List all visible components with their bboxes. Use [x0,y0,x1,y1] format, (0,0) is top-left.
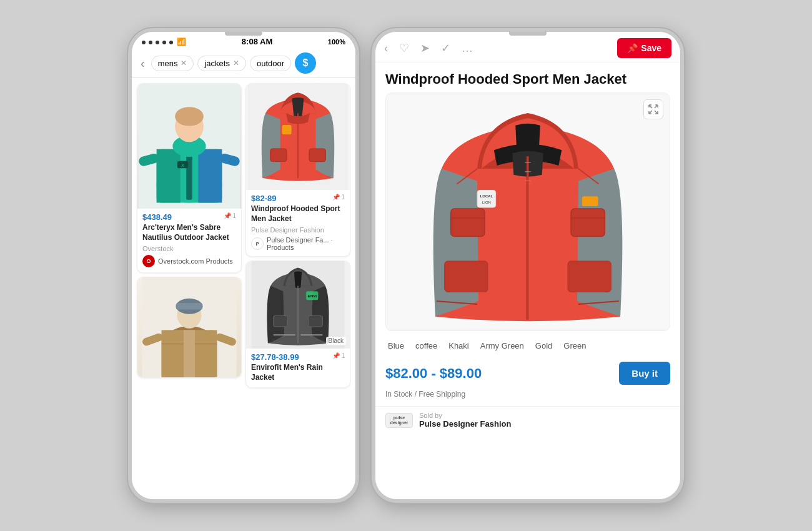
pin-tan-image [137,277,241,377]
pins-grid: X $438.49 📌 1 Arc'teryx Men's Sabre Naut… [132,78,355,393]
save-button[interactable]: 📌 Save [617,38,671,58]
pin-arcteryx-image: X [137,84,241,209]
tag-mens[interactable]: mens ✕ [151,56,194,71]
svg-rect-32 [309,316,323,327]
left-screen: 📶 8:08 AM 100% ‹ mens ✕ jackets ✕ outdoo… [132,32,355,499]
dollar-icon: $ [303,57,309,69]
stock-info: In Stock / Free Shipping [375,390,680,404]
tag-outdoor[interactable]: outdoor [250,56,291,71]
pin-windproof-price: $82-89 [251,194,276,203]
detail-header: ‹ ♡ ➤ ✓ … 📌 Save [375,32,680,62]
svg-rect-16 [195,330,217,378]
save-label: Save [641,43,661,53]
pin-windproof-title: Windproof Hooded Sport Men Jacket [251,204,345,224]
pin-arcteryx[interactable]: X $438.49 📌 1 Arc'teryx Men's Sabre Naut… [137,83,242,273]
pin-arcteryx-price: $438.49 [142,212,172,222]
product-main-image: LOCAL LION [386,93,670,330]
svg-rect-28 [282,125,292,134]
pin-windproof-info: $82-89 📌 1 Windproof Hooded Sport Men Ja… [246,190,350,256]
color-gold[interactable]: Gold [533,340,555,352]
color-coffee[interactable]: coffee [413,340,440,352]
seller-logo: pulsedesigner [385,413,413,428]
svg-rect-43 [451,209,485,236]
pin-rain-saves: 📌 1 [332,352,345,359]
svg-rect-21 [176,303,203,310]
sold-by-label: Sold by [419,412,511,419]
pin-windproof-image [246,84,350,190]
right-column: $82-89 📌 1 Windproof Hooded Sport Men Ja… [245,83,350,388]
color-green[interactable]: Green [561,340,588,352]
tag-jackets-label: jackets [204,59,229,68]
svg-rect-54 [582,197,598,207]
overstock-avatar: O [142,255,155,267]
pin-save-icon: 📌 [627,43,638,53]
tag-jackets[interactable]: jackets ✕ [197,56,245,71]
color-khaki[interactable]: Khaki [446,340,472,352]
svg-rect-4 [198,149,222,203]
svg-rect-31 [274,316,288,327]
pin-arcteryx-info: $438.49 📌 1 Arc'teryx Men's Sabre Nautil… [137,209,241,272]
tag-outdoor-label: outdoor [257,59,284,68]
svg-rect-5 [186,152,192,200]
expand-button[interactable] [643,99,663,119]
pin-arcteryx-source: Overstock [142,245,236,252]
jacket-color-label: Black [326,337,346,345]
overstock-seller-name: Overstock.com Products [158,257,233,265]
left-phone: 📶 8:08 AM 100% ‹ mens ✕ jackets ✕ outdoo… [128,28,359,503]
svg-text:LION: LION [482,201,491,205]
detail-price: $82.00 - $89.00 [385,365,482,382]
pin-tan-person[interactable] [137,277,242,378]
svg-rect-26 [270,149,287,162]
status-bar-left: 📶 8:08 AM 100% [132,32,355,49]
color-options: Blue coffee Khaki Army Green Gold Green [375,331,680,357]
price-row: $82.00 - $89.00 Buy it [375,357,680,390]
product-title: Windproof Hooded Sport Men Jacket [375,62,680,92]
seller-name-detail: Pulse Designer Fashion [419,419,511,429]
color-blue[interactable]: Blue [385,340,407,352]
time-display: 8:08 AM [242,37,272,46]
svg-rect-27 [309,149,325,162]
svg-rect-15 [162,330,184,378]
pin-arcteryx-seller: O Overstock.com Products [142,255,236,267]
pulse-avatar: P [251,237,264,250]
svg-rect-49 [477,191,496,208]
dollar-filter-button[interactable]: $ [295,52,316,74]
seller-info: Sold by Pulse Designer Fashion [419,412,511,429]
svg-rect-48 [568,261,611,292]
buy-button[interactable]: Buy it [619,362,670,385]
svg-rect-45 [571,209,605,236]
svg-point-8 [175,107,204,126]
pin-rain-price: $27.78-38.99 [251,352,299,362]
svg-rect-47 [445,261,488,292]
back-icon[interactable]: ‹ [384,42,388,55]
more-icon[interactable]: … [462,42,473,55]
seller-row: pulsedesigner Sold by Pulse Designer Fas… [375,406,680,436]
right-screen: ‹ ♡ ➤ ✓ … 📌 Save Windproof Hooded Sport … [375,32,680,499]
pin-arcteryx-saves: 📌 1 [224,212,236,219]
pulse-seller-name: Pulse Designer Fa... · Products [267,236,345,251]
search-bar: ‹ mens ✕ jackets ✕ outdoor $ [132,49,355,78]
signal-dots [142,38,173,46]
back-button[interactable]: ‹ [138,55,147,72]
pin-windproof-seller: P Pulse Designer Fa... · Products [251,236,345,251]
left-column: X $438.49 📌 1 Arc'teryx Men's Sabre Naut… [137,83,242,388]
battery-display: 100% [328,38,345,46]
pin-rain-image: ENVI Black [246,261,350,349]
product-image-container: LOCAL LION [385,92,670,331]
pin-rain-info: $27.78-38.99 📌 1 Envirofit Men's Rain Ja… [246,349,350,387]
share-icon[interactable]: ➤ [420,41,430,55]
header-left-actions: ‹ ♡ ➤ ✓ … [384,41,473,55]
pin-rain-title: Envirofit Men's Rain Jacket [251,363,345,382]
pin-windproof[interactable]: $82-89 📌 1 Windproof Hooded Sport Men Ja… [245,83,350,257]
check-icon[interactable]: ✓ [441,41,450,55]
pin-windproof-source: Pulse Designer Fashion [251,226,345,234]
tag-mens-label: mens [158,59,178,68]
pin-rain-jacket[interactable]: ENVI Black $27.78-38.99 📌 1 [245,261,350,388]
tag-jackets-remove[interactable]: ✕ [233,59,239,67]
svg-text:ENVI: ENVI [308,294,317,298]
tag-mens-remove[interactable]: ✕ [181,59,187,67]
color-army-green[interactable]: Army Green [478,340,527,352]
heart-icon[interactable]: ♡ [399,41,409,55]
right-phone: ‹ ♡ ➤ ✓ … 📌 Save Windproof Hooded Sport … [372,28,684,503]
wifi-icon: 📶 [177,37,186,46]
